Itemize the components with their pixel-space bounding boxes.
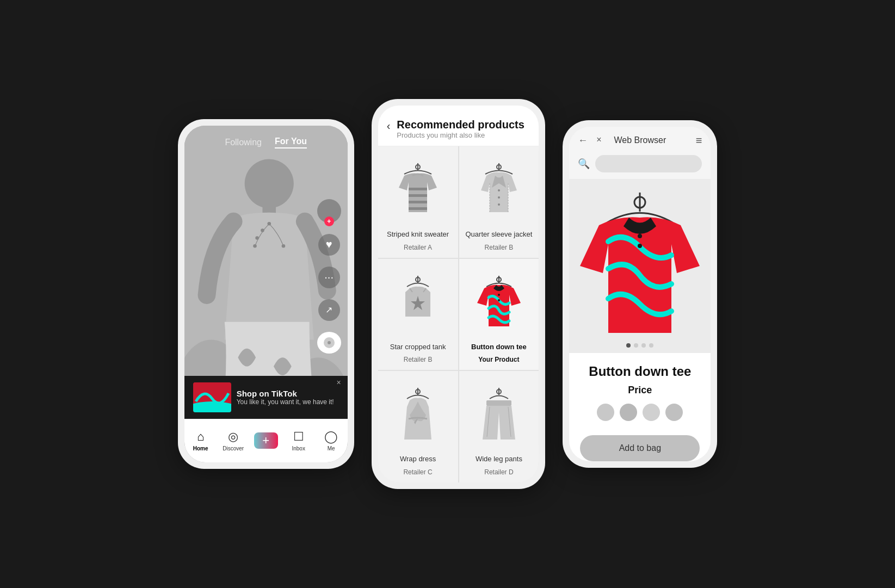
detail-product-price: Price [628, 385, 652, 396]
products-title-area: Recommended products Products you might … [397, 119, 524, 139]
for-you-tab[interactable]: For You [275, 137, 307, 148]
product-details: Button down tee Price [569, 353, 711, 430]
product-showcase [569, 179, 711, 353]
browser-close-button[interactable]: × [596, 135, 601, 146]
browser-header: ← × Web Browser ≡ [569, 127, 711, 151]
ad-thumbnail [193, 382, 231, 412]
bottom-nav: ⌂ Home ◎ Discover + ☐ Inbox ◯ [184, 419, 348, 462]
tank-image [385, 268, 452, 338]
products-screen: ‹ Recommended products Products you migh… [378, 106, 539, 483]
product-cell-pants[interactable]: Wide leg pants Retailer D [459, 371, 539, 482]
large-product-svg [569, 187, 711, 345]
share-button[interactable]: ↗ [318, 299, 340, 321]
products-grid: Striped knit sweater Retailer A [378, 146, 539, 483]
phone-2: ‹ Recommended products Products you migh… [372, 99, 546, 490]
svg-point-21 [498, 203, 500, 206]
swatch-1[interactable] [597, 404, 614, 421]
pants-name: Wide leg pants [476, 455, 522, 464]
product-cell-tee[interactable]: Button down tee Your Product [459, 259, 539, 370]
phone-1: Following For You [178, 119, 354, 469]
pants-retailer: Retailer D [484, 468, 513, 476]
product-cell-sweater[interactable]: Striped knit sweater Retailer A [378, 146, 458, 258]
plus-icon: + [262, 434, 269, 448]
tee-retailer: Your Product [478, 356, 519, 363]
right-sidebar: + ♥ ··· ↗ [317, 199, 341, 354]
swatch-4[interactable] [665, 404, 683, 421]
dress-image [385, 380, 452, 450]
svg-point-29 [498, 294, 500, 296]
comment-button[interactable]: ··· [318, 267, 340, 288]
dot-1[interactable] [626, 343, 631, 348]
vinyl-record [318, 332, 340, 354]
ad-text-area: Shop on TikTok You like it, you want it,… [237, 389, 339, 406]
sweater-retailer: Retailer A [404, 244, 432, 251]
dot-2[interactable] [634, 343, 638, 348]
nav-discover[interactable]: ◎ Discover [217, 430, 250, 451]
jacket-svg [474, 160, 523, 220]
ad-wave [193, 401, 231, 412]
nav-plus[interactable]: + [250, 432, 282, 449]
tank-name: Star cropped tank [390, 343, 446, 352]
pants-image [466, 380, 533, 450]
follow-plus-icon[interactable]: + [324, 216, 334, 226]
ad-title: Shop on TikTok [237, 389, 339, 398]
sweater-image [385, 155, 452, 226]
detail-product-name: Button down tee [589, 364, 691, 379]
swatch-2[interactable] [620, 404, 637, 421]
product-cell-jacket[interactable]: Quarter sleeve jacket Retailer B [459, 146, 539, 258]
product-cell-tank[interactable]: Star cropped tank Retailer B [378, 259, 458, 370]
browser-screen: ← × Web Browser ≡ 🔍 [569, 127, 711, 461]
home-label: Home [193, 445, 208, 451]
pants-svg [474, 385, 523, 445]
heart-icon: ♥ [318, 234, 340, 256]
dress-retailer: Retailer C [403, 468, 432, 476]
browser-back-button[interactable]: ← [578, 135, 588, 146]
following-tab[interactable]: Following [225, 138, 262, 147]
svg-rect-16 [409, 207, 427, 210]
video-content: + ♥ ··· ↗ [184, 126, 348, 462]
svg-rect-35 [486, 400, 511, 406]
like-button[interactable]: ♥ [318, 234, 340, 256]
browser-toolbar: 🔍 [569, 151, 711, 179]
add-to-bag-label: Add to bag [619, 443, 661, 453]
svg-point-20 [498, 196, 500, 199]
svg-rect-13 [409, 188, 427, 190]
nav-inbox[interactable]: ☐ Inbox [282, 430, 315, 451]
me-icon: ◯ [324, 430, 338, 444]
add-to-bag-button[interactable]: Add to bag [580, 435, 700, 461]
svg-point-19 [498, 189, 500, 191]
image-dots [569, 343, 711, 348]
product-cell-dress[interactable]: Wrap dress Retailer C [378, 371, 458, 482]
tee-name: Button down tee [471, 343, 527, 352]
dot-3[interactable] [641, 343, 646, 348]
svg-rect-15 [409, 201, 427, 203]
ad-close-button[interactable]: × [336, 378, 341, 387]
tiktok-header: Following For You [184, 126, 348, 154]
svg-point-30 [498, 299, 500, 301]
back-button[interactable]: ‹ [387, 120, 391, 132]
nav-me[interactable]: ◯ Me [315, 430, 348, 451]
discover-label: Discover [223, 445, 244, 451]
share-icon: ↗ [318, 299, 340, 321]
color-swatches [597, 404, 683, 421]
svg-point-41 [638, 244, 642, 248]
search-icon[interactable]: 🔍 [578, 158, 590, 170]
home-icon: ⌂ [197, 430, 204, 444]
plus-button[interactable]: + [254, 432, 278, 449]
products-title: Recommended products [397, 119, 524, 131]
dot-4[interactable] [649, 343, 653, 348]
url-bar[interactable] [595, 155, 702, 172]
music-disc-icon [317, 332, 341, 354]
browser-content: Button down tee Price Add to bag [569, 179, 711, 461]
dress-svg [393, 385, 442, 445]
tank-svg [393, 273, 442, 333]
ad-banner[interactable]: Shop on TikTok You like it, you want it,… [184, 376, 348, 419]
hamburger-icon[interactable]: ≡ [696, 134, 702, 147]
tiktok-screen: Following For You [184, 126, 348, 462]
sweater-name: Striped knit sweater [387, 230, 449, 239]
discover-icon: ◎ [228, 430, 238, 444]
swatch-3[interactable] [643, 404, 660, 421]
creator-avatar[interactable]: + [317, 199, 341, 223]
nav-home[interactable]: ⌂ Home [184, 430, 217, 451]
products-subtitle: Products you might also like [397, 131, 524, 139]
